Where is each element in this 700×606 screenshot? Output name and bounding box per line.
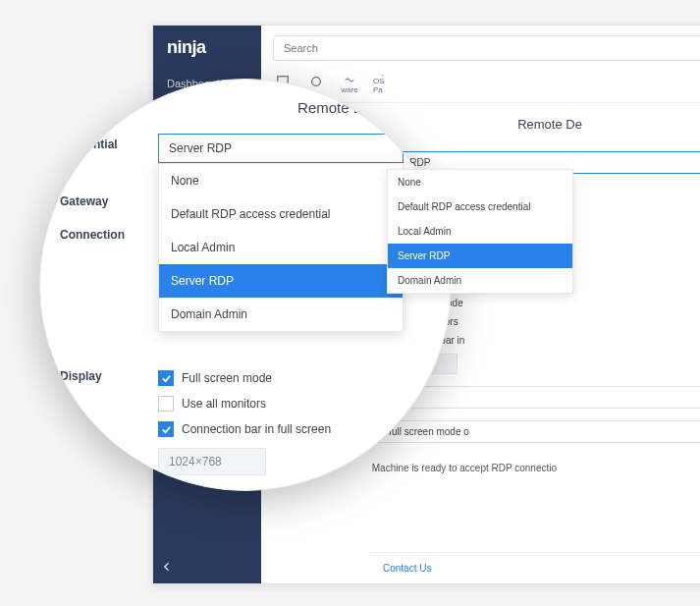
mag-dd-domain[interactable]: Domain Admin [159, 298, 403, 331]
toolbar-icon-os[interactable]: OS Pa [373, 75, 393, 94]
mag-credential-select[interactable]: Server RDP [158, 134, 404, 163]
dd-option-none[interactable]: None [388, 170, 572, 194]
mag-resolution-input: 1024×768 [158, 448, 266, 475]
credential-dropdown: None Default RDP access credential Local… [387, 169, 573, 294]
dd-option-server[interactable]: Server RDP [388, 244, 572, 268]
mag-dd-server[interactable]: Server RDP [159, 264, 403, 298]
mag-dd-default[interactable]: Default RDP access credential [159, 197, 403, 231]
mag-dd-none[interactable]: None [159, 164, 403, 197]
search-input[interactable] [273, 35, 700, 61]
mag-label-display: Display [60, 365, 158, 383]
contact-link[interactable]: Contact Us [383, 563, 431, 574]
toolbar-icon-ware[interactable]: ware [340, 75, 359, 94]
brand-logo: ninja [153, 26, 261, 70]
mag-check-all-monitors[interactable]: Use all monitors [158, 391, 404, 416]
mag-credential-dropdown: None Default RDP access credential Local… [158, 163, 404, 332]
svg-point-1 [312, 78, 321, 86]
mag-label-gateway: Gateway [60, 191, 158, 208]
mag-label-credential: Credential [60, 134, 158, 151]
mag-check-conn-bar[interactable]: Connection bar in full screen [158, 416, 404, 442]
search-bar [273, 35, 700, 61]
shortcuts-select[interactable]: In full screen mode o [369, 420, 700, 443]
mag-label-connection: Connection [60, 224, 158, 242]
mag-dd-local[interactable]: Local Admin [159, 231, 403, 264]
mag-check-fullscreen[interactable]: Full screen mode [158, 365, 404, 391]
footer: Contact Us [369, 552, 700, 583]
provision-text: Machine is ready to accept RDP connectio [372, 463, 557, 473]
dd-option-local[interactable]: Local Admin [388, 219, 572, 244]
sidebar-collapse-icon[interactable] [161, 561, 173, 576]
dd-option-domain[interactable]: Domain Admin [388, 268, 572, 293]
dd-option-default[interactable]: Default RDP access credential [388, 194, 572, 219]
